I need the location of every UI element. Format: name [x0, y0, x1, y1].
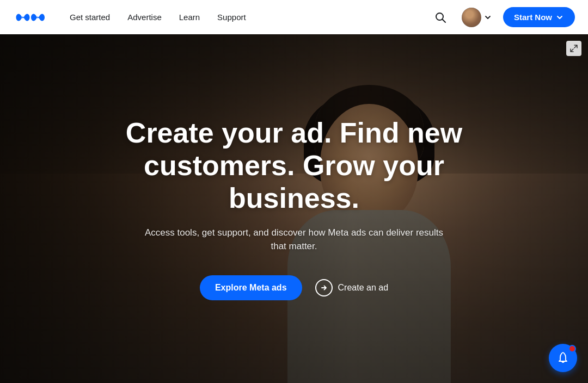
notification-bell-button[interactable] [549, 344, 577, 372]
search-button[interactable] [430, 7, 451, 28]
hero-section: Create your ad. Find new customers. Grow… [0, 34, 588, 383]
nav-link-support[interactable]: Support [211, 8, 253, 26]
hero-content: Create your ad. Find new customers. Grow… [0, 34, 588, 383]
create-ad-link[interactable]: Create an ad [315, 279, 389, 296]
navbar-actions: Start Now [430, 5, 575, 29]
bell-icon [556, 351, 570, 365]
nav-link-advertise[interactable]: Advertise [121, 8, 168, 26]
expand-icon-button[interactable] [566, 41, 581, 56]
chevron-down-icon [483, 13, 492, 22]
navbar: Get started Advertise Learn Support Star… [0, 0, 588, 34]
nav-links: Get started Advertise Learn Support [63, 8, 430, 26]
start-now-button[interactable]: Start Now [503, 7, 575, 27]
hero-cta-row: Explore Meta ads Create an ad [200, 275, 388, 300]
hero-subtext: Access tools, get support, and discover … [142, 226, 446, 254]
user-account-button[interactable] [457, 5, 497, 29]
search-icon [434, 11, 446, 23]
hero-headline: Create your ad. Find new customers. Grow… [87, 117, 501, 214]
svg-line-1 [442, 19, 445, 22]
nav-link-get-started[interactable]: Get started [63, 8, 117, 26]
avatar [462, 8, 481, 27]
arrow-circle-icon [315, 279, 333, 296]
explore-meta-ads-button[interactable]: Explore Meta ads [200, 275, 302, 300]
expand-icon [569, 44, 578, 53]
notification-badge [568, 345, 576, 353]
meta-logo[interactable] [13, 10, 46, 25]
arrow-right-icon [320, 284, 328, 292]
start-now-chevron-icon [555, 13, 564, 22]
nav-link-learn[interactable]: Learn [173, 8, 206, 26]
